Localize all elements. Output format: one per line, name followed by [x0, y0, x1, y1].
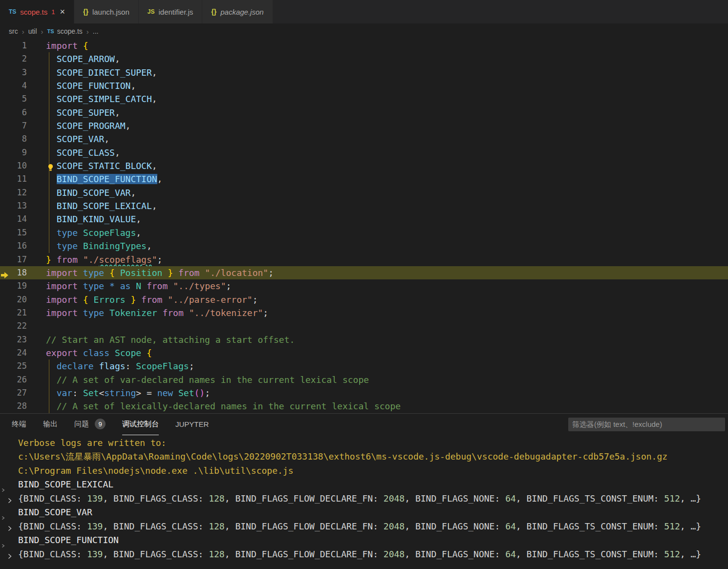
- panel-tab-terminal[interactable]: 终端: [12, 414, 26, 435]
- console-token: 139: [87, 521, 103, 531]
- line-number[interactable]: 25: [0, 359, 27, 373]
- code-editor[interactable]: 1import {2 SCOPE_ARROW,3 SCOPE_DIRECT_SU…: [0, 39, 728, 413]
- code-line-content[interactable]: // A set of var-declared names in the cu…: [27, 373, 728, 386]
- console-token: BIND_FLAGS_TS_CONST_ENUM: [527, 521, 654, 531]
- line-number[interactable]: 5: [0, 92, 27, 105]
- console-row-object[interactable]: {BIND_CLASS: 139, BIND_FLAGS_CLASS: 128,…: [0, 520, 728, 534]
- expand-chevron-icon[interactable]: [6, 550, 14, 562]
- panel-tab-problems[interactable]: 问题9: [74, 414, 106, 435]
- line-number[interactable]: 9: [0, 146, 27, 159]
- tab-launch-json[interactable]: {}launch.json: [74, 0, 139, 23]
- console-row-object[interactable]: {BIND_CLASS: 139, BIND_FLAGS_CLASS: 128,…: [0, 492, 728, 506]
- line-number[interactable]: 7: [0, 119, 27, 132]
- code-line-content[interactable]: SCOPE_ARROW,: [27, 52, 728, 65]
- code-token: [46, 401, 57, 411]
- line-number[interactable]: 11: [0, 172, 27, 186]
- code-token: ,: [130, 188, 136, 198]
- console-text: BIND_SCOPE_VAR: [18, 507, 92, 517]
- code-token: as: [120, 281, 136, 291]
- line-number[interactable]: 24: [0, 346, 27, 359]
- code-token: from: [141, 281, 173, 291]
- line-number[interactable]: 17: [0, 253, 27, 266]
- console-row-object[interactable]: {BIND_CLASS: 139, BIND_FLAGS_CLASS: 128,…: [0, 548, 728, 562]
- tab-identifier-js[interactable]: JSidentifier.js: [139, 0, 203, 23]
- code-token: type: [83, 281, 109, 291]
- code-token: "./: [83, 254, 99, 265]
- code-token: BIND_SCOPE_FUNCTION: [57, 174, 157, 184]
- expand-chevron-icon[interactable]: [6, 495, 14, 506]
- panel-tab-jupyter[interactable]: JUPYTER: [175, 414, 209, 435]
- code-line-content[interactable]: // Start an AST node, attaching a start …: [27, 333, 728, 346]
- code-token: N: [136, 281, 141, 291]
- code-token: Tokenizer: [109, 308, 157, 318]
- code-token: }: [162, 268, 173, 278]
- code-line-content[interactable]: declare flags: ScopeFlags;: [27, 359, 728, 373]
- panel-tab-output[interactable]: 输出: [43, 414, 58, 435]
- code-line-content[interactable]: SCOPE_SIMPLE_CATCH,: [27, 92, 728, 105]
- breadcrumb-item[interactable]: ...: [93, 27, 99, 35]
- line-number[interactable]: 21: [0, 306, 27, 319]
- code-line-26: 26 // A set of var-declared names in the…: [0, 373, 728, 386]
- line-number[interactable]: 1: [0, 39, 27, 52]
- code-line-content[interactable]: SCOPE_DIRECT_SUPER,: [27, 66, 728, 79]
- code-line-content[interactable]: BIND_SCOPE_VAR,: [27, 186, 728, 199]
- code-token: new: [157, 388, 178, 398]
- line-number[interactable]: 23: [0, 333, 27, 346]
- code-line-content[interactable]: import type * as N from "../types";: [27, 279, 728, 293]
- console-token: :: [494, 549, 505, 559]
- line-number[interactable]: 20: [0, 293, 27, 306]
- code-line-content[interactable]: SCOPE_STATIC_BLOCK,: [27, 159, 728, 172]
- breadcrumb-label: util: [28, 27, 37, 35]
- code-line-content[interactable]: BIND_SCOPE_FUNCTION,: [27, 172, 728, 186]
- console-token: BIND_FLAGS_NONE: [415, 521, 495, 531]
- line-number[interactable]: 12: [0, 186, 27, 199]
- line-number[interactable]: 4: [0, 79, 27, 92]
- line-number[interactable]: 6: [0, 106, 27, 119]
- line-number[interactable]: 15: [0, 226, 27, 239]
- code-line-content[interactable]: type BindingTypes,: [27, 239, 728, 253]
- code-line-content[interactable]: [27, 319, 728, 333]
- close-icon[interactable]: ×: [60, 7, 65, 16]
- code-line-content[interactable]: } from "./scopeflags";: [27, 253, 728, 266]
- line-number[interactable]: 3: [0, 66, 27, 79]
- code-line-4: 4 SCOPE_FUNCTION,: [0, 79, 728, 92]
- code-line-content[interactable]: import type { Position } from "./locatio…: [27, 266, 728, 279]
- console-text: BIND_SCOPE_FUNCTION: [18, 535, 119, 545]
- panel-tab-debug-console[interactable]: 调试控制台: [122, 414, 159, 435]
- line-number[interactable]: 14: [0, 212, 27, 226]
- code-token: [46, 214, 57, 224]
- code-line-content[interactable]: BIND_SCOPE_LEXICAL,: [27, 199, 728, 212]
- code-line-content[interactable]: import { Errors } from "../parse-error";: [27, 293, 728, 306]
- code-line-content[interactable]: import type Tokenizer from "../tokenizer…: [27, 306, 728, 319]
- line-number[interactable]: 2: [0, 52, 27, 65]
- line-number[interactable]: 27: [0, 386, 27, 400]
- line-number[interactable]: 22: [0, 319, 27, 333]
- code-line-content[interactable]: BIND_KIND_VALUE,: [27, 212, 728, 226]
- code-line-content[interactable]: SCOPE_CLASS,: [27, 146, 728, 159]
- line-number[interactable]: 16: [0, 239, 27, 253]
- line-number[interactable]: 19: [0, 279, 27, 293]
- line-number[interactable]: 13: [0, 199, 27, 212]
- breadcrumb-item[interactable]: util: [28, 27, 37, 35]
- code-line-content[interactable]: SCOPE_VAR,: [27, 132, 728, 146]
- tab-scope-ts[interactable]: TSscope.ts1×: [0, 0, 74, 23]
- code-line-content[interactable]: SCOPE_SUPER,: [27, 106, 728, 119]
- code-line-content[interactable]: export class Scope {: [27, 346, 728, 359]
- console-filter-input[interactable]: [568, 418, 725, 431]
- line-number[interactable]: 8: [0, 132, 27, 146]
- breadcrumb-item[interactable]: TSscope.ts: [47, 27, 83, 35]
- code-token: [46, 361, 57, 371]
- expand-chevron-icon[interactable]: [6, 523, 14, 534]
- tab-package-json[interactable]: {}package.json: [202, 0, 273, 23]
- line-number[interactable]: 28: [0, 400, 27, 413]
- breadcrumb-item[interactable]: src: [9, 27, 18, 35]
- code-token: [46, 81, 57, 91]
- line-number[interactable]: 10: [0, 159, 27, 172]
- code-line-content[interactable]: SCOPE_FUNCTION,: [27, 79, 728, 92]
- code-line-content[interactable]: type ScopeFlags,: [27, 226, 728, 239]
- code-line-content[interactable]: // A set of lexically-declared names in …: [27, 400, 728, 413]
- code-line-content[interactable]: SCOPE_PROGRAM,: [27, 119, 728, 132]
- line-number[interactable]: 26: [0, 373, 27, 386]
- code-line-content[interactable]: import {: [27, 39, 728, 52]
- code-line-content[interactable]: var: Set<string> = new Set();: [27, 386, 728, 400]
